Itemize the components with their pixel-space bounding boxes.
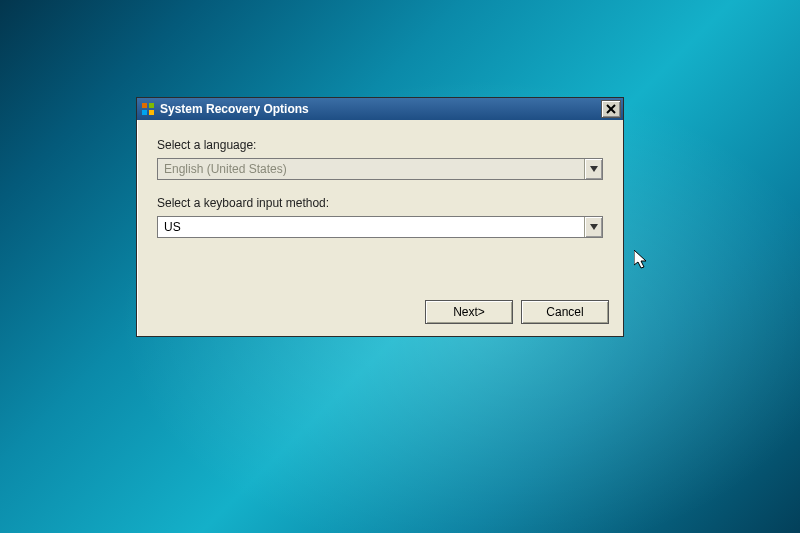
system-recovery-options-dialog: System Recovery Options Select a languag… [136, 97, 624, 337]
next-button[interactable]: Next> [425, 300, 513, 324]
dialog-content: Select a language: English (United State… [137, 120, 623, 264]
mouse-cursor-icon [634, 250, 650, 270]
desktop-background: System Recovery Options Select a languag… [0, 0, 800, 533]
svg-rect-0 [142, 103, 147, 108]
cancel-button[interactable]: Cancel [521, 300, 609, 324]
chevron-down-icon [590, 224, 598, 230]
svg-marker-7 [590, 224, 598, 230]
svg-rect-1 [149, 103, 154, 108]
svg-marker-6 [590, 166, 598, 172]
svg-rect-3 [149, 110, 154, 115]
keyboard-dropdown-arrow[interactable] [584, 217, 602, 237]
language-dropdown[interactable]: English (United States) [157, 158, 603, 180]
app-icon [141, 102, 155, 116]
keyboard-label: Select a keyboard input method: [157, 196, 603, 210]
close-icon [606, 104, 616, 114]
titlebar[interactable]: System Recovery Options [137, 98, 623, 120]
language-label: Select a language: [157, 138, 603, 152]
svg-rect-2 [142, 110, 147, 115]
language-dropdown-arrow[interactable] [584, 159, 602, 179]
keyboard-value: US [158, 217, 584, 237]
keyboard-dropdown[interactable]: US [157, 216, 603, 238]
svg-marker-8 [634, 250, 646, 268]
chevron-down-icon [590, 166, 598, 172]
button-row: Next> Cancel [425, 300, 609, 324]
language-value: English (United States) [158, 159, 584, 179]
window-title: System Recovery Options [160, 102, 601, 116]
close-button[interactable] [601, 100, 621, 118]
